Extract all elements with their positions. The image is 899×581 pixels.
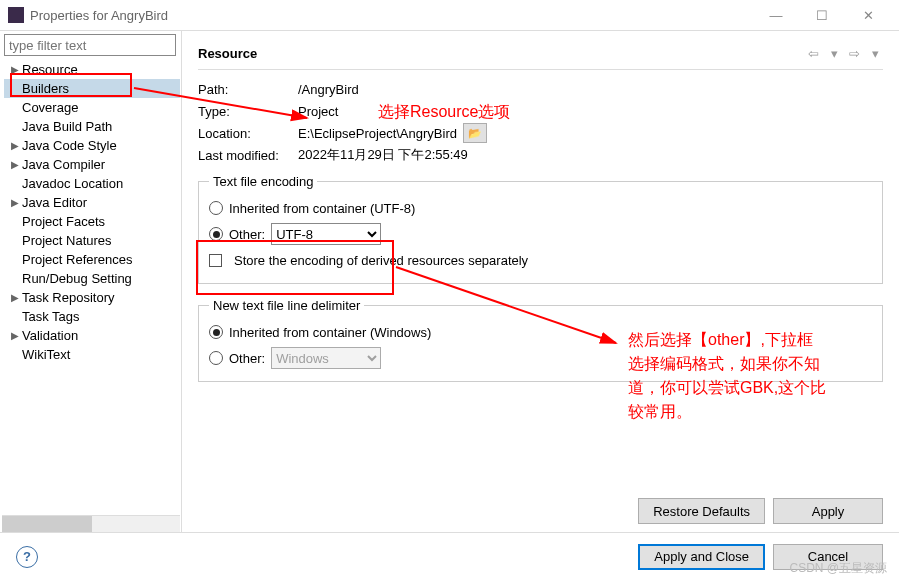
type-label: Type:: [198, 104, 298, 119]
location-label: Location:: [198, 126, 298, 141]
chevron-right-icon[interactable]: ▶: [8, 64, 22, 75]
encoding-legend: Text file encoding: [209, 174, 317, 189]
tree-item-java-code-style[interactable]: ▶Java Code Style: [4, 136, 180, 155]
nav-history-arrows[interactable]: ⇦ ▾ ⇨ ▾: [808, 46, 883, 61]
browse-location-button[interactable]: 📂: [463, 123, 487, 143]
delim-inherit-label: Inherited from container (Windows): [229, 325, 431, 340]
close-button[interactable]: ✕: [845, 0, 891, 30]
encoding-inherit-label: Inherited from container (UTF-8): [229, 201, 415, 216]
path-value: /AngryBird: [298, 82, 359, 97]
encoding-select[interactable]: UTF-8: [271, 223, 381, 245]
page-title: Resource: [198, 46, 808, 61]
tree-item-resource[interactable]: ▶Resource: [4, 60, 180, 79]
tree-item-wikitext[interactable]: WikiText: [4, 345, 180, 364]
content-panel: Resource ⇦ ▾ ⇨ ▾ Path:/AngryBird Type:Pr…: [182, 31, 899, 532]
delim-inherit-radio[interactable]: [209, 325, 223, 339]
delim-other-label: Other:: [229, 351, 265, 366]
app-icon: [8, 7, 24, 23]
chevron-right-icon[interactable]: ▶: [8, 330, 22, 341]
watermark: CSDN @五星资源: [789, 560, 887, 577]
tree-item-coverage[interactable]: Coverage: [4, 98, 180, 117]
titlebar: Properties for AngryBird — ☐ ✕: [0, 0, 899, 30]
delim-other-radio[interactable]: [209, 351, 223, 365]
lastmod-value: 2022年11月29日 下午2:55:49: [298, 146, 468, 164]
delimiter-legend: New text file line delimiter: [209, 298, 364, 313]
maximize-button[interactable]: ☐: [799, 0, 845, 30]
store-derived-label: Store the encoding of derived resources …: [234, 253, 528, 268]
encoding-group: Text file encoding Inherited from contai…: [198, 174, 883, 284]
scrollbar-thumb[interactable]: [2, 516, 92, 532]
store-derived-checkbox[interactable]: [209, 254, 222, 267]
window-title: Properties for AngryBird: [30, 8, 753, 23]
tree-item-project-facets[interactable]: Project Facets: [4, 212, 180, 231]
tree-item-java-compiler[interactable]: ▶Java Compiler: [4, 155, 180, 174]
tree-item-task-repository[interactable]: ▶Task Repository: [4, 288, 180, 307]
minimize-button[interactable]: —: [753, 0, 799, 30]
type-value: Project: [298, 104, 338, 119]
tree-item-javadoc-location[interactable]: Javadoc Location: [4, 174, 180, 193]
tree-item-validation[interactable]: ▶Validation: [4, 326, 180, 345]
encoding-other-label: Other:: [229, 227, 265, 242]
chevron-right-icon[interactable]: ▶: [8, 292, 22, 303]
nav-tree: ▶Resource Builders Coverage Java Build P…: [2, 60, 180, 515]
dialog-footer: ? Apply and Close Cancel: [0, 532, 899, 580]
filter-input[interactable]: [4, 34, 176, 56]
sidebar: ▶Resource Builders Coverage Java Build P…: [0, 31, 182, 532]
apply-close-button[interactable]: Apply and Close: [638, 544, 765, 570]
delimiter-group: New text file line delimiter Inherited f…: [198, 298, 883, 382]
lastmod-label: Last modified:: [198, 148, 298, 163]
tree-item-run-debug[interactable]: Run/Debug Setting: [4, 269, 180, 288]
tree-item-java-editor[interactable]: ▶Java Editor: [4, 193, 180, 212]
help-icon[interactable]: ?: [16, 546, 38, 568]
tree-item-project-natures[interactable]: Project Natures: [4, 231, 180, 250]
tree-item-project-references[interactable]: Project References: [4, 250, 180, 269]
encoding-inherit-radio[interactable]: [209, 201, 223, 215]
encoding-other-radio[interactable]: [209, 227, 223, 241]
chevron-right-icon[interactable]: ▶: [8, 140, 22, 151]
divider: [198, 69, 883, 70]
horizontal-scrollbar[interactable]: [2, 515, 180, 532]
path-label: Path:: [198, 82, 298, 97]
chevron-right-icon[interactable]: ▶: [8, 159, 22, 170]
chevron-right-icon[interactable]: ▶: [8, 197, 22, 208]
tree-item-builders[interactable]: Builders: [4, 79, 180, 98]
tree-item-java-build-path[interactable]: Java Build Path: [4, 117, 180, 136]
location-value: E:\EclipseProject\AngryBird: [298, 126, 457, 141]
tree-item-task-tags[interactable]: Task Tags: [4, 307, 180, 326]
restore-defaults-button[interactable]: Restore Defaults: [638, 498, 765, 524]
apply-button[interactable]: Apply: [773, 498, 883, 524]
delim-select: Windows: [271, 347, 381, 369]
